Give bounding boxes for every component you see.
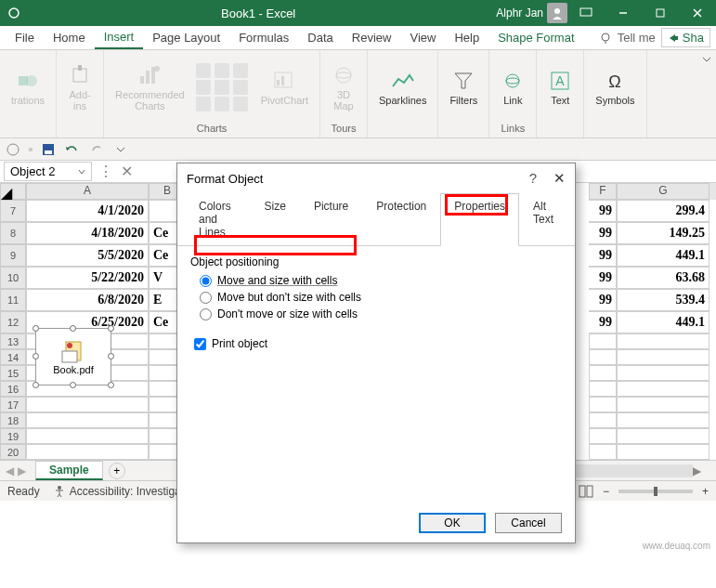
cell[interactable]: 5/22/2020: [26, 267, 149, 289]
user-avatar-icon[interactable]: [547, 3, 567, 23]
tab-view[interactable]: View: [400, 27, 445, 48]
link-button[interactable]: Link: [497, 65, 528, 110]
cell[interactable]: 99: [589, 311, 617, 333]
cell[interactable]: 299.4: [617, 200, 709, 222]
filters-button[interactable]: Filters: [446, 65, 481, 110]
collapse-ribbon-icon[interactable]: [697, 50, 716, 137]
row-header[interactable]: 20: [0, 444, 26, 460]
cell[interactable]: [617, 365, 709, 381]
cell[interactable]: 99: [589, 267, 617, 289]
autosave-qat-icon[interactable]: [4, 140, 22, 159]
dialog-close-icon[interactable]: ✕: [553, 170, 566, 187]
autosave-toggle[interactable]: [7, 7, 20, 20]
cell[interactable]: 63.68: [617, 267, 709, 289]
row-header[interactable]: 17: [0, 397, 26, 412]
zoom-out-icon[interactable]: −: [603, 485, 609, 498]
row-header[interactable]: 8: [0, 222, 26, 244]
cell[interactable]: 99: [589, 222, 617, 244]
cell[interactable]: [617, 381, 709, 397]
cell[interactable]: [589, 412, 617, 428]
cell[interactable]: 6/8/2020: [26, 289, 149, 311]
cell[interactable]: [617, 397, 709, 412]
radio-dont-move-size[interactable]: [200, 308, 212, 320]
cell[interactable]: 449.1: [617, 244, 709, 267]
embedded-pdf-object[interactable]: Book.pdf: [35, 328, 111, 385]
dialog-tab-alt-text[interactable]: Alt Text: [519, 193, 567, 245]
row-header[interactable]: 16: [0, 381, 26, 397]
ribbon-display-options-icon[interactable]: [567, 0, 605, 26]
cell[interactable]: [26, 444, 149, 460]
tab-data[interactable]: Data: [298, 27, 342, 48]
cell[interactable]: 5/5/2020: [26, 244, 149, 267]
tell-me-search[interactable]: Tell me: [618, 31, 656, 45]
redo-icon[interactable]: [87, 140, 106, 159]
cell[interactable]: 4/18/2020: [26, 222, 149, 244]
radio-move-size-with-cells[interactable]: [200, 275, 212, 287]
accessibility-status[interactable]: Accessibility: Investigate: [53, 485, 190, 498]
chart-picker-grid[interactable]: [196, 63, 250, 111]
cell[interactable]: [589, 365, 617, 381]
cell[interactable]: [617, 428, 709, 444]
tab-page-layout[interactable]: Page Layout: [143, 27, 229, 48]
cell[interactable]: 539.4: [617, 289, 709, 311]
formula-bar-more-icon[interactable]: ⋮: [96, 162, 116, 182]
dialog-help-icon[interactable]: ?: [529, 170, 537, 187]
tab-shape-format[interactable]: Shape Format: [488, 27, 583, 48]
row-header[interactable]: 15: [0, 365, 26, 381]
sheet-nav-next-icon[interactable]: ▶: [18, 464, 26, 477]
share-button[interactable]: Sha: [661, 28, 710, 47]
cell[interactable]: [617, 444, 709, 460]
tab-file[interactable]: File: [6, 27, 44, 48]
text-button[interactable]: A Text: [544, 65, 576, 110]
row-header[interactable]: 11: [0, 289, 26, 311]
3d-map-button[interactable]: 3D Map: [328, 59, 359, 115]
checkbox-print-object[interactable]: [194, 338, 206, 350]
cell[interactable]: [617, 412, 709, 428]
ok-button[interactable]: OK: [419, 513, 486, 533]
save-icon[interactable]: [39, 140, 58, 159]
row-header[interactable]: 10: [0, 267, 26, 289]
undo-icon[interactable]: [63, 140, 82, 159]
cell[interactable]: 449.1: [617, 311, 709, 333]
tab-formulas[interactable]: Formulas: [229, 27, 298, 48]
recommended-charts-button[interactable]: Recommended Charts: [111, 59, 189, 115]
row-header[interactable]: 7: [0, 200, 26, 222]
cell[interactable]: [617, 349, 709, 365]
cell[interactable]: [617, 333, 709, 349]
name-box[interactable]: Object 2: [4, 162, 92, 181]
dialog-tab-protection[interactable]: Protection: [362, 193, 440, 245]
qat-customize-icon[interactable]: [111, 140, 130, 159]
column-header-a[interactable]: A: [26, 183, 149, 200]
select-all-corner[interactable]: ◢: [0, 183, 26, 200]
cell[interactable]: [589, 444, 617, 460]
cancel-button[interactable]: Cancel: [495, 513, 562, 533]
column-header-f[interactable]: F: [589, 183, 617, 200]
column-header-g[interactable]: G: [617, 183, 709, 200]
cell[interactable]: 99: [589, 289, 617, 311]
tab-insert[interactable]: Insert: [95, 26, 144, 49]
close-button[interactable]: [679, 0, 716, 26]
cancel-formula-icon[interactable]: ✕: [116, 162, 137, 182]
cell[interactable]: [589, 333, 617, 349]
add-sheet-button[interactable]: +: [109, 463, 125, 479]
illustrations-button[interactable]: trations: [7, 65, 48, 110]
row-header[interactable]: 18: [0, 412, 26, 428]
symbols-button[interactable]: Ω Symbols: [592, 65, 638, 110]
zoom-slider[interactable]: [618, 490, 693, 493]
sheet-tab-sample[interactable]: Sample: [35, 461, 103, 480]
addins-button[interactable]: Add- ins: [64, 59, 96, 115]
cell[interactable]: [26, 412, 149, 428]
tab-review[interactable]: Review: [343, 27, 401, 48]
maximize-button[interactable]: [642, 0, 679, 26]
tab-home[interactable]: Home: [44, 27, 95, 48]
cell[interactable]: 149.25: [617, 222, 709, 244]
radio-move-no-size[interactable]: [200, 292, 212, 304]
cell[interactable]: [26, 428, 149, 444]
cell[interactable]: [589, 428, 617, 444]
cell[interactable]: 99: [589, 244, 617, 267]
cell[interactable]: [589, 381, 617, 397]
row-header[interactable]: 13: [0, 333, 26, 349]
row-header[interactable]: 19: [0, 428, 26, 444]
minimize-button[interactable]: [605, 0, 642, 26]
sparklines-button[interactable]: Sparklines: [375, 65, 430, 110]
